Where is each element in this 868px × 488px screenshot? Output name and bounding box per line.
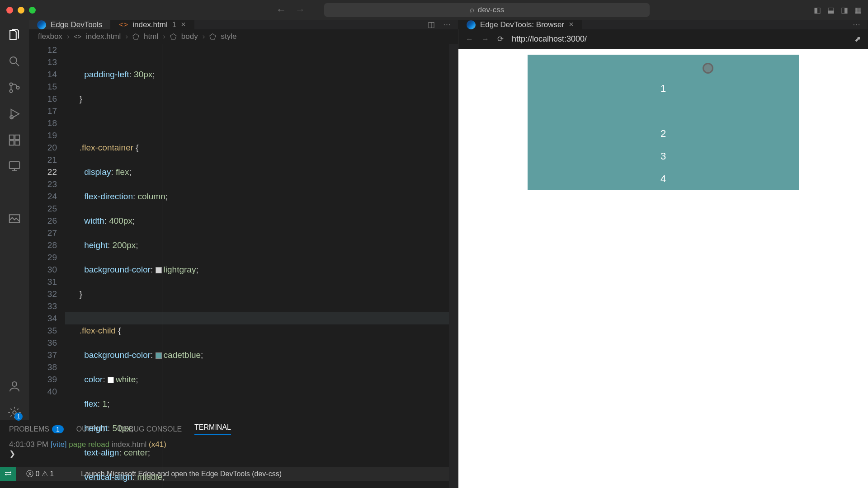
close-tab-icon[interactable]: × bbox=[569, 20, 574, 29]
crumb[interactable]: style bbox=[221, 32, 236, 41]
image-viewer-icon[interactable] bbox=[7, 211, 22, 226]
tab-label: Edge DevTools bbox=[51, 20, 102, 29]
svg-point-3 bbox=[16, 86, 19, 89]
rendered-item: 4 bbox=[528, 168, 799, 190]
inspect-icon[interactable]: ⬈ bbox=[854, 34, 861, 44]
browser-preview: ← → ⟳ http://localhost:3000/ ⬈ 1 2 3 4 bbox=[458, 29, 868, 488]
edge-icon bbox=[467, 20, 476, 29]
svg-point-1 bbox=[9, 83, 12, 85]
editor-tabs: Edge DevTools <> index.html 1 × ◫ ⋯ Edge… bbox=[29, 20, 868, 29]
html-file-icon: <> bbox=[119, 20, 128, 29]
tab-label: Edge DevTools: Browser bbox=[480, 20, 564, 29]
command-center[interactable]: ⌕ dev-css bbox=[324, 3, 650, 17]
rendered-flex-container: 1 2 3 4 bbox=[528, 55, 799, 190]
workspace-name: dev-css bbox=[478, 5, 505, 14]
minimize-window[interactable] bbox=[18, 7, 24, 14]
code-editor[interactable]: flexbox› <> index.html› ⬠ html› ⬠ body› … bbox=[29, 29, 458, 488]
tab-index-html[interactable]: <> index.html 1 × bbox=[111, 20, 194, 29]
reload-icon[interactable]: ⟳ bbox=[497, 34, 504, 44]
edge-devtools-icon[interactable] bbox=[7, 185, 22, 200]
search-sidebar-icon[interactable] bbox=[7, 54, 22, 69]
toggle-secondary-sidebar-icon[interactable]: ◨ bbox=[841, 5, 848, 15]
svg-rect-5 bbox=[9, 135, 14, 140]
svg-rect-7 bbox=[9, 141, 14, 145]
close-tab-icon[interactable]: × bbox=[181, 20, 186, 29]
browser-forward-icon[interactable]: → bbox=[481, 35, 489, 44]
browser-toolbar: ← → ⟳ http://localhost:3000/ ⬈ bbox=[458, 29, 868, 49]
svg-point-11 bbox=[12, 382, 17, 386]
brackets-icon: ⬠ bbox=[170, 32, 177, 42]
browser-back-icon[interactable]: ← bbox=[466, 35, 473, 44]
crumb[interactable]: flexbox bbox=[38, 32, 62, 41]
line-gutter: 1213141516171819202122232425262728293031… bbox=[29, 44, 65, 488]
minimap[interactable] bbox=[449, 44, 458, 488]
tab-edge-browser[interactable]: Edge DevTools: Browser × bbox=[458, 20, 582, 29]
window-controls bbox=[6, 7, 36, 14]
remote-explorer-icon[interactable] bbox=[7, 159, 22, 174]
url-bar[interactable]: http://localhost:3000/ bbox=[512, 34, 587, 44]
toggle-primary-sidebar-icon[interactable]: ◧ bbox=[814, 5, 821, 15]
tab-label: index.html bbox=[132, 20, 167, 29]
extensions-icon[interactable] bbox=[7, 133, 22, 147]
accounts-icon[interactable] bbox=[7, 379, 22, 394]
remote-indicator[interactable]: ⮂ bbox=[0, 467, 16, 481]
source-control-icon[interactable] bbox=[7, 80, 22, 95]
split-editor-icon[interactable]: ◫ bbox=[428, 20, 435, 29]
crumb[interactable]: body bbox=[181, 32, 198, 41]
dirty-count: 1 bbox=[172, 20, 176, 29]
crumb[interactable]: html bbox=[144, 32, 158, 41]
search-icon: ⌕ bbox=[470, 5, 474, 14]
screencast-cursor-icon bbox=[703, 63, 713, 74]
crumb[interactable]: index.html bbox=[86, 32, 121, 41]
close-window[interactable] bbox=[6, 7, 13, 14]
settings-badge: 1 bbox=[14, 413, 23, 421]
preview-viewport[interactable]: 1 2 3 4 bbox=[458, 49, 868, 488]
more-actions-icon[interactable]: ⋯ bbox=[853, 20, 860, 29]
tab-edge-devtools[interactable]: Edge DevTools bbox=[29, 20, 111, 29]
svg-rect-6 bbox=[15, 135, 19, 140]
edge-icon bbox=[37, 20, 46, 29]
maximize-window[interactable] bbox=[29, 7, 36, 14]
svg-rect-9 bbox=[9, 162, 20, 169]
code-content[interactable]: padding-left: 30px; } .flex-container { … bbox=[65, 44, 458, 488]
brackets-icon: ⬠ bbox=[209, 32, 216, 42]
settings-gear-icon[interactable]: 1 bbox=[7, 405, 22, 420]
activity-bar: 1 bbox=[0, 20, 29, 420]
svg-point-2 bbox=[9, 89, 12, 92]
run-debug-icon[interactable] bbox=[7, 107, 22, 121]
svg-point-0 bbox=[10, 57, 17, 64]
nav-back-icon[interactable]: ← bbox=[276, 4, 286, 16]
titlebar: ← → ⌕ dev-css ◧ ⬓ ◨ ▦ bbox=[0, 0, 868, 20]
customize-layout-icon[interactable]: ▦ bbox=[854, 5, 862, 15]
brackets-icon: ⬠ bbox=[132, 32, 139, 42]
more-actions-icon[interactable]: ⋯ bbox=[443, 20, 451, 29]
toggle-panel-icon[interactable]: ⬓ bbox=[827, 5, 835, 15]
breadcrumb[interactable]: flexbox› <> index.html› ⬠ html› ⬠ body› … bbox=[29, 29, 458, 44]
html-file-icon: <> bbox=[74, 33, 81, 40]
layout-controls: ◧ ⬓ ◨ ▦ bbox=[814, 5, 862, 15]
rendered-item: 1 bbox=[528, 55, 799, 122]
svg-rect-8 bbox=[15, 141, 19, 145]
rendered-item: 2 bbox=[528, 122, 799, 145]
rendered-item: 3 bbox=[528, 145, 799, 168]
explorer-icon[interactable] bbox=[7, 28, 22, 42]
nav-forward-icon[interactable]: → bbox=[295, 4, 305, 16]
